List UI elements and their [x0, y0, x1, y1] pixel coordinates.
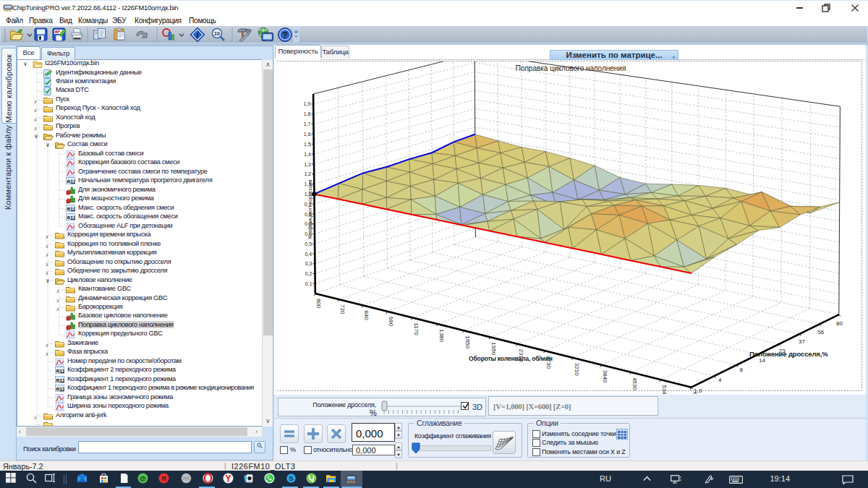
svg-text:1,3: 1,3 — [304, 162, 311, 167]
svg-text:1,0: 1,0 — [694, 388, 702, 394]
svg-text:1950: 1950 — [490, 342, 497, 355]
svg-text:@: @ — [140, 474, 146, 482]
svg-text:Поправка циклового наполнения: Поправка циклового наполнения — [516, 64, 626, 72]
svg-text:0,4: 0,4 — [305, 252, 312, 257]
svg-text:12: 12 — [59, 377, 64, 383]
svg-text:12: 12 — [59, 386, 64, 393]
svg-text:1,6: 1,6 — [304, 132, 311, 137]
svg-text:1,7: 1,7 — [304, 121, 311, 127]
svg-text:Я: Я — [161, 475, 166, 482]
svg-text:1650: 1650 — [464, 335, 471, 348]
svg-text:4: 4 — [718, 377, 722, 383]
svg-text:990: 990 — [388, 317, 394, 327]
svg-text:600: 600 — [315, 299, 322, 309]
svg-text:S: S — [289, 474, 293, 482]
svg-text:1,9: 1,9 — [303, 101, 310, 106]
svg-text:0,5: 0,5 — [305, 241, 312, 247]
svg-text:720: 720 — [339, 304, 346, 314]
svg-text:10: 10 — [214, 31, 220, 36]
svg-text:Положение дросселя,%: Положение дросселя,% — [749, 350, 828, 358]
svg-text:56: 56 — [817, 329, 824, 335]
svg-text:3210: 3210 — [574, 363, 580, 376]
svg-text:1380: 1380 — [438, 329, 445, 342]
svg-text:840: 840 — [363, 310, 370, 320]
svg-text:0,2: 0,2 — [305, 271, 312, 276]
svg-text:0,1: 0,1 — [305, 281, 312, 286]
svg-text:1,5: 1,5 — [304, 142, 311, 147]
svg-text:8: 8 — [740, 367, 744, 373]
svg-text:12: 12 — [59, 368, 64, 374]
svg-text:1,2: 1,2 — [304, 171, 311, 176]
svg-text:5340: 5340 — [661, 385, 668, 394]
svg-text:12: 12 — [70, 205, 75, 212]
svg-text:1170: 1170 — [413, 322, 420, 335]
svg-text:12: 12 — [70, 179, 75, 185]
svg-text:Обороты коленвала, об/мин: Обороты коленвала, об/мин — [469, 355, 553, 362]
svg-text:14: 14 — [759, 357, 765, 364]
svg-text:37: 37 — [799, 338, 805, 345]
svg-text:?: ? — [282, 30, 288, 40]
svg-text:Коэффициент коррекции: Коэффициент коррекции — [307, 180, 313, 239]
svg-text:1,8: 1,8 — [304, 111, 311, 116]
svg-text:3840: 3840 — [602, 370, 608, 383]
svg-text:4530: 4530 — [631, 377, 638, 390]
svg-text:80: 80 — [836, 320, 843, 327]
svg-text:1,4: 1,4 — [304, 152, 311, 157]
svg-text:0,3: 0,3 — [305, 261, 312, 266]
svg-text:12: 12 — [70, 215, 75, 221]
